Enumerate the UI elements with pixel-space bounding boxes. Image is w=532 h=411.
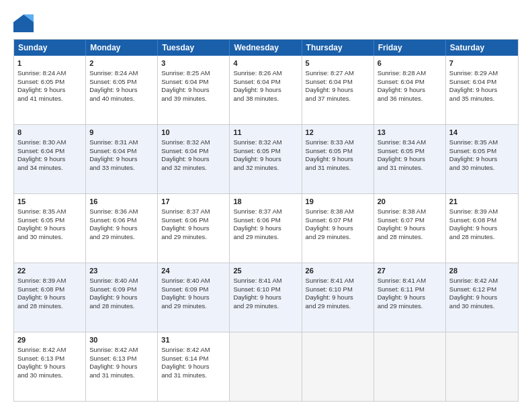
daylight-text: Daylight: 9 hours (17, 224, 65, 232)
calendar-cell: 22Sunrise: 8:39 AMSunset: 6:08 PMDayligh… (14, 263, 86, 332)
daylight-text: Daylight: 9 hours (17, 293, 65, 301)
day-number: 8 (17, 128, 82, 138)
day-number: 29 (17, 335, 82, 345)
sunrise-text: Sunrise: 8:37 AM (233, 208, 281, 215)
daylight-minutes: and 31 minutes. (306, 164, 351, 171)
calendar-cell: 20Sunrise: 8:38 AMSunset: 6:07 PMDayligh… (374, 194, 446, 263)
calendar-header: SundayMondayTuesdayWednesdayThursdayFrid… (14, 40, 518, 56)
sunrise-text: Sunrise: 8:42 AM (449, 277, 498, 284)
header-day-tuesday: Tuesday (158, 40, 230, 56)
day-number: 10 (161, 128, 226, 138)
sunrise-text: Sunrise: 8:30 AM (17, 138, 66, 146)
day-number: 27 (378, 266, 442, 276)
daylight-minutes: and 30 minutes. (17, 371, 63, 379)
day-number: 30 (89, 335, 154, 345)
sunset-text: Sunset: 6:04 PM (89, 147, 136, 154)
daylight-minutes: and 40 minutes. (89, 95, 135, 102)
day-number: 15 (17, 197, 82, 207)
daylight-minutes: and 31 minutes. (89, 371, 135, 379)
calendar-row-1: 1Sunrise: 8:24 AMSunset: 6:05 PMDaylight… (14, 56, 518, 125)
day-number: 2 (89, 58, 154, 68)
sunset-text: Sunset: 6:09 PM (89, 285, 136, 293)
daylight-text: Daylight: 9 hours (449, 224, 497, 232)
calendar-cell: 18Sunrise: 8:37 AMSunset: 6:06 PMDayligh… (230, 194, 302, 263)
calendar-cell: 13Sunrise: 8:34 AMSunset: 6:05 PMDayligh… (374, 125, 446, 193)
calendar-cell: 23Sunrise: 8:40 AMSunset: 6:09 PMDayligh… (86, 263, 158, 332)
sunrise-text: Sunrise: 8:35 AM (17, 208, 66, 215)
calendar-cell: 29Sunrise: 8:42 AMSunset: 6:13 PMDayligh… (14, 332, 86, 401)
sunset-text: Sunset: 6:12 PM (449, 285, 496, 293)
sunrise-text: Sunrise: 8:38 AM (306, 208, 354, 215)
logo-icon (13, 12, 34, 32)
sunrise-text: Sunrise: 8:32 AM (161, 138, 210, 146)
daylight-minutes: and 29 minutes. (233, 233, 279, 240)
daylight-minutes: and 29 minutes. (161, 302, 207, 310)
sunset-text: Sunset: 6:09 PM (161, 285, 208, 293)
calendar-cell: 24Sunrise: 8:40 AMSunset: 6:09 PMDayligh… (158, 263, 230, 332)
calendar-cell: 17Sunrise: 8:37 AMSunset: 6:06 PMDayligh… (158, 194, 230, 263)
daylight-minutes: and 30 minutes. (17, 233, 63, 240)
calendar-cell: 3Sunrise: 8:25 AMSunset: 6:04 PMDaylight… (158, 56, 230, 124)
sunrise-text: Sunrise: 8:41 AM (306, 277, 354, 284)
calendar-cell: 1Sunrise: 8:24 AMSunset: 6:05 PMDaylight… (14, 56, 86, 124)
sunset-text: Sunset: 6:13 PM (17, 355, 64, 362)
day-number: 9 (89, 128, 154, 138)
daylight-text: Daylight: 9 hours (89, 293, 137, 301)
sunrise-text: Sunrise: 8:41 AM (378, 277, 426, 284)
day-number: 5 (306, 58, 370, 68)
day-number: 1 (17, 58, 82, 68)
header-day-thursday: Thursday (302, 40, 374, 56)
daylight-text: Daylight: 9 hours (161, 155, 209, 163)
calendar-cell: 21Sunrise: 8:39 AMSunset: 6:08 PMDayligh… (446, 194, 518, 263)
sunset-text: Sunset: 6:07 PM (306, 216, 353, 224)
day-number: 11 (233, 128, 298, 138)
sunrise-text: Sunrise: 8:42 AM (17, 346, 66, 353)
calendar: SundayMondayTuesdayWednesdayThursdayFrid… (13, 39, 519, 402)
daylight-text: Daylight: 9 hours (161, 293, 209, 301)
daylight-minutes: and 33 minutes. (89, 164, 135, 171)
daylight-minutes: and 35 minutes. (449, 95, 495, 102)
day-number: 18 (233, 197, 298, 207)
calendar-cell: 25Sunrise: 8:41 AMSunset: 6:10 PMDayligh… (230, 263, 302, 332)
sunset-text: Sunset: 6:08 PM (449, 216, 496, 224)
daylight-minutes: and 32 minutes. (233, 164, 279, 171)
calendar-cell: 4Sunrise: 8:26 AMSunset: 6:04 PMDaylight… (230, 56, 302, 124)
day-number: 7 (449, 58, 515, 68)
daylight-text: Daylight: 9 hours (17, 363, 65, 370)
sunset-text: Sunset: 6:06 PM (233, 216, 280, 224)
daylight-text: Daylight: 9 hours (306, 155, 353, 163)
daylight-minutes: and 38 minutes. (233, 95, 279, 102)
daylight-text: Daylight: 9 hours (233, 293, 281, 301)
calendar-cell: 8Sunrise: 8:30 AMSunset: 6:04 PMDaylight… (14, 125, 86, 193)
calendar-cell: 26Sunrise: 8:41 AMSunset: 6:10 PMDayligh… (302, 263, 374, 332)
sunset-text: Sunset: 6:10 PM (233, 285, 280, 293)
calendar-cell: 31Sunrise: 8:42 AMSunset: 6:14 PMDayligh… (158, 332, 230, 401)
calendar-cell: 27Sunrise: 8:41 AMSunset: 6:11 PMDayligh… (374, 263, 446, 332)
sunset-text: Sunset: 6:06 PM (89, 216, 136, 224)
sunset-text: Sunset: 6:06 PM (161, 216, 208, 224)
calendar-cell: 12Sunrise: 8:33 AMSunset: 6:05 PMDayligh… (302, 125, 374, 193)
sunrise-text: Sunrise: 8:29 AM (449, 69, 498, 77)
sunset-text: Sunset: 6:04 PM (306, 78, 353, 85)
daylight-minutes: and 29 minutes. (306, 233, 351, 240)
sunset-text: Sunset: 6:11 PM (378, 285, 425, 293)
sunset-text: Sunset: 6:05 PM (233, 147, 280, 154)
sunset-text: Sunset: 6:04 PM (161, 78, 208, 85)
daylight-minutes: and 41 minutes. (17, 95, 63, 102)
daylight-minutes: and 39 minutes. (161, 95, 207, 102)
day-number: 26 (306, 266, 370, 276)
day-number: 12 (306, 128, 370, 138)
page-header (13, 12, 519, 32)
sunrise-text: Sunrise: 8:36 AM (89, 208, 138, 215)
day-number: 14 (449, 128, 515, 138)
sunrise-text: Sunrise: 8:26 AM (233, 69, 281, 77)
sunrise-text: Sunrise: 8:31 AM (89, 138, 138, 146)
calendar-cell: 30Sunrise: 8:42 AMSunset: 6:13 PMDayligh… (86, 332, 158, 401)
day-number: 31 (161, 335, 226, 345)
daylight-text: Daylight: 9 hours (378, 155, 425, 163)
header-day-wednesday: Wednesday (230, 40, 302, 56)
sunset-text: Sunset: 6:05 PM (306, 147, 353, 154)
day-number: 23 (89, 266, 154, 276)
daylight-text: Daylight: 9 hours (233, 155, 281, 163)
daylight-text: Daylight: 9 hours (161, 86, 209, 93)
